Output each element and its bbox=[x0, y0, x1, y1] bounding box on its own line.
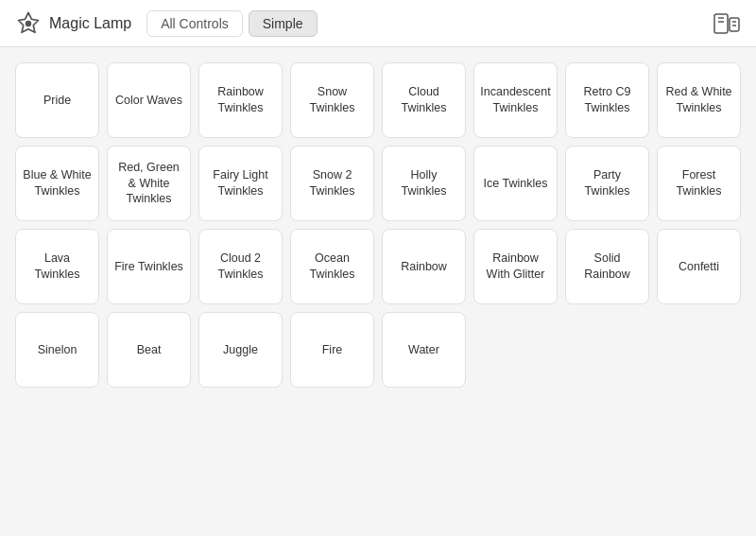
effect-tile[interactable]: Holly Twinkles bbox=[382, 146, 466, 221]
svg-rect-4 bbox=[730, 18, 739, 31]
main-content: PrideColor WavesRainbow TwinklesSnow Twi… bbox=[0, 47, 756, 403]
effect-tile[interactable]: Solid Rainbow bbox=[565, 229, 649, 304]
effect-tile[interactable]: Water bbox=[382, 312, 466, 388]
effect-tile[interactable]: Cloud 2 Twinkles bbox=[198, 229, 283, 304]
app-header: Magic Lamp All Controls Simple bbox=[0, 0, 756, 47]
all-controls-btn[interactable]: All Controls bbox=[146, 10, 243, 37]
effect-tile[interactable]: Juggle bbox=[198, 312, 283, 388]
effect-tile[interactable]: Rainbow Twinkles bbox=[198, 62, 283, 138]
effect-tile[interactable]: Red, Green & White Twinkles bbox=[107, 146, 191, 221]
effect-tile[interactable]: Ocean Twinkles bbox=[290, 229, 374, 304]
effect-tile[interactable]: Sinelon bbox=[15, 312, 99, 388]
effect-tile[interactable]: Color Waves bbox=[107, 62, 191, 138]
effect-tile[interactable]: Red & White Twinkles bbox=[657, 62, 741, 138]
device-icon[interactable] bbox=[711, 9, 741, 39]
svg-rect-1 bbox=[714, 14, 728, 33]
svg-point-0 bbox=[26, 21, 31, 26]
effect-tile[interactable]: Lava Twinkles bbox=[15, 229, 99, 304]
effect-tile[interactable]: Ice Twinkles bbox=[473, 146, 558, 221]
effect-tile[interactable]: Fire bbox=[290, 312, 374, 388]
effect-tile bbox=[473, 312, 558, 388]
effect-tile[interactable]: Fire Twinkles bbox=[107, 229, 191, 304]
effect-tile[interactable]: Fairy Light Twinkles bbox=[198, 146, 283, 221]
effect-tile[interactable]: Blue & White Twinkles bbox=[15, 146, 99, 221]
effect-tile[interactable]: Incandescent Twinkles bbox=[473, 62, 558, 138]
effect-tile[interactable]: Forest Twinkles bbox=[657, 146, 741, 221]
logo-icon bbox=[15, 10, 42, 37]
effect-tile[interactable]: Snow 2 Twinkles bbox=[290, 146, 374, 221]
effect-tile[interactable]: Beat bbox=[107, 312, 191, 388]
effect-tile bbox=[657, 312, 741, 388]
effect-tile[interactable]: Snow Twinkles bbox=[290, 62, 374, 138]
effect-tile[interactable]: Party Twinkles bbox=[565, 146, 649, 221]
effect-tile[interactable]: Confetti bbox=[657, 229, 741, 304]
effect-tile[interactable]: Cloud Twinkles bbox=[382, 62, 466, 138]
effect-tile[interactable]: Rainbow bbox=[382, 229, 466, 304]
effects-grid: PrideColor WavesRainbow TwinklesSnow Twi… bbox=[15, 62, 741, 388]
effect-tile bbox=[565, 312, 649, 388]
effect-tile[interactable]: Retro C9 Twinkles bbox=[565, 62, 649, 138]
effect-tile[interactable]: Rainbow With Glitter bbox=[473, 229, 558, 304]
simple-btn[interactable]: Simple bbox=[249, 10, 318, 37]
effect-tile[interactable]: Pride bbox=[15, 62, 99, 138]
app-title: Magic Lamp bbox=[49, 15, 131, 32]
